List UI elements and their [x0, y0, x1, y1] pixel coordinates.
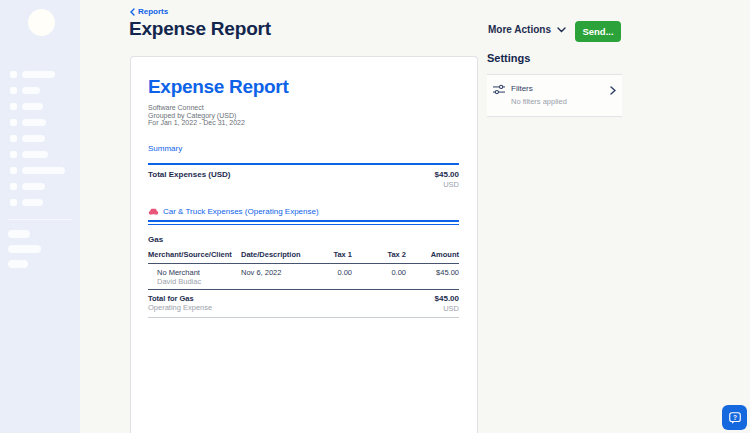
- cell-merchant: No Merchant David Budiac: [148, 268, 241, 286]
- nav-label-skeleton: [22, 183, 45, 190]
- sidebar-item[interactable]: [0, 146, 80, 162]
- sidebar-item[interactable]: [0, 82, 80, 98]
- expense-group-name: Gas: [148, 235, 459, 244]
- chevron-left-icon: [130, 8, 135, 16]
- col-date: Date/Description: [241, 250, 308, 259]
- col-tax2: Tax 2: [352, 250, 406, 259]
- nav-label-skeleton: [22, 199, 43, 206]
- cell-tax2: 0.00: [352, 268, 406, 286]
- nav-icon: [10, 167, 17, 174]
- more-actions-button[interactable]: More Actions: [488, 24, 566, 35]
- summary-amount-value: $45.00: [435, 170, 459, 179]
- report-title: Expense Report: [148, 76, 459, 98]
- nav-icon: [10, 71, 17, 78]
- nav-icon: [10, 151, 17, 158]
- sidebar-secondary-nav: [8, 226, 80, 271]
- sidebar-nav: [0, 66, 80, 210]
- group-total-value: $45.00: [435, 294, 459, 303]
- chevron-right-icon: [610, 86, 616, 95]
- category-heading-label: Car & Truck Expenses (Operating Expense): [163, 207, 319, 216]
- nav-label-skeleton: [8, 245, 41, 253]
- car-icon: [148, 208, 159, 216]
- category-heading-link[interactable]: Car & Truck Expenses (Operating Expense): [148, 207, 459, 216]
- expense-table: Merchant/Source/Client Date/Description …: [148, 247, 459, 318]
- client-name: David Budiac: [157, 277, 241, 286]
- table-header-row: Merchant/Source/Client Date/Description …: [148, 247, 459, 264]
- summary-link[interactable]: Summary: [148, 144, 182, 153]
- group-total-label: Total for Gas Operating Expense: [148, 294, 212, 313]
- group-total-amount: $45.00 USD: [435, 294, 459, 313]
- nav-icon: [10, 199, 17, 206]
- nav-label-skeleton: [22, 167, 65, 174]
- group-total-row: Total for Gas Operating Expense $45.00 U…: [148, 290, 459, 318]
- group-total-sublabel: Operating Expense: [148, 303, 212, 312]
- svg-text:?: ?: [733, 413, 737, 420]
- cell-amount: $45.00: [406, 268, 459, 286]
- sidebar-item[interactable]: [0, 98, 80, 114]
- chevron-down-icon: [557, 27, 566, 33]
- more-actions-label: More Actions: [488, 24, 551, 35]
- nav-icon: [10, 103, 17, 110]
- sidebar-item[interactable]: [0, 130, 80, 146]
- summary-total-row: Total Expenses (USD) $45.00 USD: [148, 165, 459, 189]
- report-grouping: Grouped by Category (USD): [148, 112, 459, 120]
- help-button[interactable]: ?: [722, 405, 747, 430]
- breadcrumb[interactable]: Reports: [130, 7, 168, 16]
- page-title: Expense Report: [129, 18, 271, 40]
- filters-icon: [493, 84, 505, 95]
- sidebar-item[interactable]: [8, 226, 80, 241]
- sidebar-item[interactable]: [0, 114, 80, 130]
- sidebar-item[interactable]: [0, 162, 80, 178]
- filters-row[interactable]: Filters No filters applied: [487, 74, 622, 117]
- sidebar-item[interactable]: [8, 241, 80, 256]
- col-amount: Amount: [406, 250, 459, 259]
- nav-icon: [10, 183, 17, 190]
- breadcrumb-label: Reports: [138, 7, 168, 16]
- app-logo[interactable]: [28, 9, 55, 36]
- sidebar-item[interactable]: [0, 178, 80, 194]
- nav-label-skeleton: [22, 71, 55, 78]
- sidebar: [0, 0, 80, 433]
- sidebar-divider: [8, 219, 72, 220]
- send-button[interactable]: Send...: [575, 21, 621, 42]
- nav-label-skeleton: [22, 135, 45, 142]
- filters-label: Filters: [511, 84, 604, 93]
- category-rule: [148, 220, 459, 225]
- merchant-name: No Merchant: [157, 268, 241, 277]
- nav-label-skeleton: [8, 230, 30, 238]
- nav-icon: [10, 135, 17, 142]
- filters-text: Filters No filters applied: [511, 84, 604, 106]
- sidebar-item[interactable]: [8, 256, 80, 271]
- nav-label-skeleton: [22, 103, 43, 110]
- nav-icon: [10, 119, 17, 126]
- nav-label-skeleton: [22, 151, 48, 158]
- nav-icon: [10, 87, 17, 94]
- summary-amount-currency: USD: [435, 180, 459, 189]
- settings-title: Settings: [487, 52, 530, 64]
- report-meta: Software Connect Grouped by Category (US…: [148, 104, 459, 127]
- nav-label-skeleton: [22, 87, 40, 94]
- group-total-title: Total for Gas: [148, 294, 212, 303]
- report-company: Software Connect: [148, 104, 459, 112]
- summary-total-label: Total Expenses (USD): [148, 170, 231, 189]
- group-total-currency: USD: [435, 304, 459, 313]
- summary-total-amount: $45.00 USD: [435, 170, 459, 189]
- nav-label-skeleton: [8, 260, 28, 268]
- sidebar-item[interactable]: [0, 66, 80, 82]
- table-row: No Merchant David Budiac Nov 6, 2022 0.0…: [148, 264, 459, 290]
- col-tax1: Tax 1: [308, 250, 352, 259]
- cell-tax1: 0.00: [308, 268, 352, 286]
- expense-report-document: Expense Report Software Connect Grouped …: [130, 56, 478, 433]
- report-period: For Jan 1, 2022 - Dec 31, 2022: [148, 119, 459, 127]
- filters-status: No filters applied: [511, 97, 604, 106]
- sidebar-item[interactable]: [0, 194, 80, 210]
- help-chat-icon: ?: [728, 411, 742, 425]
- col-merchant: Merchant/Source/Client: [148, 250, 241, 259]
- cell-date: Nov 6, 2022: [241, 268, 308, 286]
- nav-label-skeleton: [22, 119, 46, 126]
